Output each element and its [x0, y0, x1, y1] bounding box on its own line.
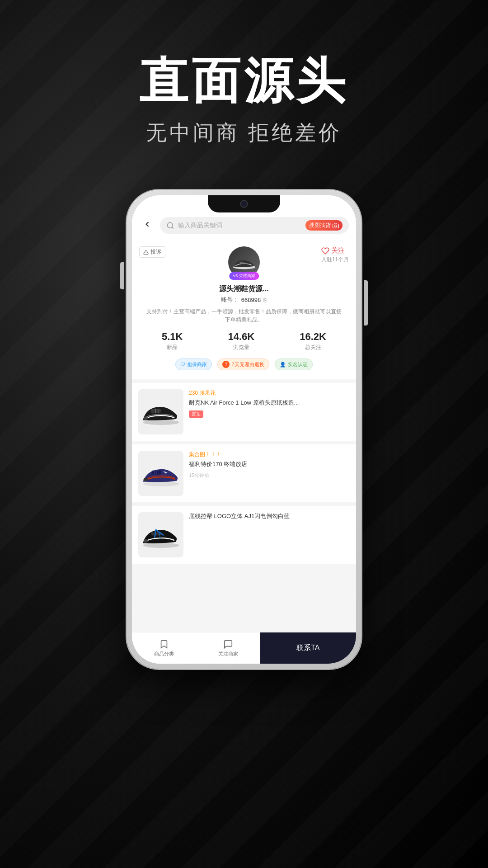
product-info-3: 底线拉帮 LOGO立体 AJ1闪电倒勾白蓝 [189, 512, 350, 520]
nav-item-category[interactable]: 商品分类 [132, 632, 196, 664]
svg-point-21 [143, 542, 179, 547]
store-badge-label: V6 荣耀商家 [233, 274, 255, 278]
svg-point-0 [167, 222, 173, 228]
phone-notch [208, 195, 280, 212]
store-name: 源头潮鞋货源... [139, 284, 349, 294]
search-icon [166, 222, 174, 230]
product-item-3[interactable]: 底线拉帮 LOGO立体 AJ1闪电倒勾白蓝 [132, 506, 356, 564]
svg-point-10 [143, 420, 179, 425]
stat-label-followers: 总关注 [300, 344, 326, 351]
category-icon [159, 639, 169, 649]
store-id-row: 账号： 668998 ⎘ [139, 296, 349, 304]
svg-rect-17 [151, 470, 161, 474]
pinned-tag: 置顶 [189, 410, 203, 418]
product-list: 230 腰果花 耐克NK Air Force 1 Low 原楦头原纸板造... … [132, 383, 356, 564]
product-shoe-icon-1 [140, 397, 183, 427]
svg-point-15 [143, 416, 148, 420]
product-title-3: 底线拉帮 LOGO立体 AJ1闪电倒勾白蓝 [189, 512, 350, 520]
stat-item-views: 14.6K 浏览量 [228, 331, 255, 351]
stat-num-newproduct: 5.1K [162, 331, 183, 343]
product-thumb-1 [138, 389, 183, 434]
badge-num: 7 [222, 361, 230, 368]
product-title-2: 福利特价170 终端放店 [189, 460, 350, 468]
nav-item-follow[interactable]: 关注商家 [196, 632, 260, 664]
shield-icon: 🛡 [180, 362, 185, 367]
store-badge: V6 荣耀商家 [229, 272, 259, 280]
badge-verified: 👤 实名认证 [275, 359, 313, 370]
follow-nav-icon [223, 639, 233, 649]
bottom-nav: 商品分类 关注商家 联系TA [132, 632, 356, 664]
camera-search-label: 搜图找货 [309, 222, 331, 229]
verified-icon: 👤 [280, 362, 286, 368]
stat-label-newproduct: 新品 [162, 344, 183, 351]
store-id-label: 账号： [221, 296, 239, 304]
copy-icon[interactable]: ⎘ [263, 297, 267, 303]
app-screen: 输入商品关键词 搜图找货 [132, 195, 356, 664]
search-placeholder: 输入商品关键词 [178, 222, 302, 230]
product-meta-1: 置顶 [189, 410, 350, 418]
stat-item-newproduct: 5.1K 新品 [162, 331, 183, 351]
product-info-1: 230 腰果花 耐克NK Air Force 1 Low 原楦头原纸板造... … [189, 389, 350, 418]
svg-point-23 [143, 539, 148, 543]
stat-num-views: 14.6K [228, 331, 255, 343]
svg-point-20 [143, 478, 148, 481]
hero-section: 直面源头 无中间商 拒绝差价 [0, 54, 488, 147]
product-thumb-2 [138, 451, 183, 496]
badge-guaranteed-label: 担保商家 [187, 361, 207, 368]
product-meta-2: 15分钟前 [189, 472, 350, 479]
camera-search-button[interactable]: 搜图找货 [305, 220, 343, 231]
stat-label-views: 浏览量 [228, 344, 255, 351]
store-profile: 投诉 关注 入驻11个月 [132, 239, 356, 379]
product-shoe-icon-3 [140, 520, 183, 550]
badge-return: 7 7天无理由退换 [217, 359, 269, 370]
product-thumb-3 [138, 512, 183, 557]
stat-num-followers: 16.2K [300, 331, 326, 343]
phone-outer: 输入商品关键词 搜图找货 [127, 190, 361, 669]
nav-follow-label: 关注商家 [218, 651, 238, 657]
svg-point-16 [143, 481, 179, 486]
product-title-1: 耐克NK Air Force 1 Low 原楦头原纸板造... [189, 399, 350, 407]
nav-contact-label: 联系TA [296, 643, 319, 653]
hero-title: 直面源头 [0, 54, 488, 108]
camera-icon [333, 222, 339, 229]
phone-mockup: 输入商品关键词 搜图找货 [127, 190, 361, 669]
avatar-shoe-icon [232, 253, 257, 271]
store-badges: 🛡 担保商家 7 7天无理由退换 👤 实名认证 [139, 359, 349, 370]
product-info-2: 集合图！！！ 福利特价170 终端放店 15分钟前 [189, 451, 350, 479]
search-input-area[interactable]: 输入商品关键词 搜图找货 [160, 217, 349, 234]
phone-inner: 输入商品关键词 搜图找货 [132, 195, 356, 664]
badge-guaranteed: 🛡 担保商家 [175, 359, 212, 370]
badge-verified-label: 实名认证 [288, 361, 308, 368]
nav-contact-button[interactable]: 联系TA [260, 632, 356, 664]
stat-item-followers: 16.2K 总关注 [300, 331, 326, 351]
back-button[interactable] [139, 218, 155, 233]
store-avatar-wrap: V6 荣耀商家 [139, 246, 349, 278]
store-id-value: 668998 [241, 297, 261, 303]
svg-point-2 [335, 225, 337, 227]
product-item[interactable]: 230 腰果花 耐克NK Air Force 1 Low 原楦头原纸板造... … [132, 383, 356, 441]
nav-category-label: 商品分类 [154, 651, 174, 657]
hero-subtitle: 无中间商 拒绝差价 [0, 119, 488, 147]
product-tag-2: 集合图！！！ [189, 451, 350, 458]
product-item-2[interactable]: 集合图！！！ 福利特价170 终端放店 15分钟前 [132, 444, 356, 502]
product-tag-1: 230 腰果花 [189, 389, 350, 397]
store-description: 支持到付！主营高端产品，一手货源，批发零售！品质保障，微商相册就可以直接下单精美… [146, 307, 342, 324]
badge-return-label: 7天无理由退换 [231, 361, 264, 368]
store-stats: 5.1K 新品 14.6K 浏览量 16.2K 总关注 [139, 331, 349, 351]
svg-line-1 [172, 227, 173, 228]
product-shoe-icon-2 [140, 459, 183, 488]
